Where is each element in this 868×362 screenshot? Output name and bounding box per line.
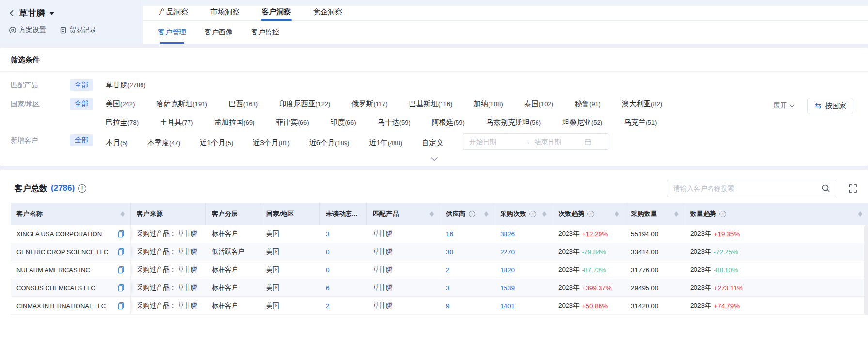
column-header[interactable]: 客户分层 (206, 203, 260, 225)
column-header[interactable]: 采购次数! (494, 203, 552, 225)
sort-icon[interactable] (121, 211, 125, 217)
filter-option[interactable]: 巴拉圭(78) (106, 118, 139, 127)
doc-icon[interactable] (117, 266, 125, 274)
filter-option[interactable]: 本季度(47) (147, 138, 180, 148)
sort-icon[interactable] (674, 211, 678, 217)
customer-name[interactable]: XINGFA USA CORPORATION (16, 230, 102, 238)
unread-count-link[interactable]: 6 (326, 284, 330, 292)
purchase-count-link[interactable]: 2270 (500, 248, 515, 256)
title-dropdown-icon[interactable] (49, 12, 54, 17)
customer-search-input[interactable] (673, 184, 821, 192)
customer-name[interactable]: CONSUS CHEMICALS LLC (16, 284, 95, 292)
all-chip-new-customer[interactable]: 全部 (70, 134, 93, 146)
suppliers-link[interactable]: 16 (446, 230, 453, 238)
custom-date-option[interactable]: 自定义 (422, 138, 443, 148)
purchase-count-link[interactable]: 1820 (500, 266, 515, 274)
sub-tab[interactable]: 客户监控 (251, 21, 279, 44)
filter-option[interactable]: 近3个月(81) (253, 138, 289, 148)
customer-name[interactable]: NUFARM AMERICAS INC (16, 266, 90, 274)
filter-option[interactable]: 本月(5) (106, 138, 128, 148)
sub-tab[interactable]: 客户管理 (158, 21, 186, 44)
filter-option[interactable]: 坦桑尼亚(52) (562, 118, 602, 127)
expand-toggle[interactable]: 展开 (773, 101, 795, 110)
suppliers-link[interactable]: 30 (446, 248, 453, 256)
main-tab[interactable]: 竞企洞察 (312, 6, 343, 20)
table-scrollbar[interactable] (864, 225, 868, 315)
info-icon[interactable]: ! (529, 211, 536, 217)
filter-option[interactable]: 乌克兰(51) (624, 118, 657, 127)
unread-count-link[interactable]: 0 (326, 266, 330, 274)
all-chip-country[interactable]: 全部 (70, 98, 93, 110)
column-header[interactable]: 国家/地区 (260, 203, 320, 225)
unread-count-link[interactable]: 0 (326, 248, 330, 256)
fullscreen-icon[interactable] (848, 184, 857, 193)
doc-icon[interactable] (117, 284, 125, 292)
trade-records-button[interactable]: 贸易记录 (60, 26, 96, 34)
filter-option[interactable]: 俄罗斯(117) (351, 99, 387, 109)
back-icon[interactable] (9, 9, 15, 17)
sort-icon[interactable] (858, 211, 862, 217)
date-range-picker[interactable]: → (463, 133, 609, 150)
column-header[interactable]: 匹配产品 (367, 203, 440, 225)
column-header[interactable]: 次数趋势! (552, 203, 625, 225)
start-date-input[interactable] (469, 138, 520, 146)
end-date-input[interactable] (534, 138, 581, 146)
filter-option[interactable]: 加纳(108) (473, 99, 503, 109)
filter-option[interactable]: 草甘膦(2786) (106, 81, 146, 90)
filter-option[interactable]: 阿根廷(59) (432, 118, 465, 127)
filter-option[interactable]: 巴西(163) (229, 99, 258, 109)
filter-option[interactable]: 近6个月(189) (309, 138, 350, 148)
filter-option[interactable]: 美国(242) (106, 99, 135, 109)
filter-option[interactable]: 印度尼西亚(122) (279, 99, 330, 109)
sort-icon[interactable] (615, 211, 619, 217)
main-tab[interactable]: 客户洞察 (261, 6, 292, 20)
filter-option[interactable]: 泰国(102) (524, 99, 553, 109)
filter-option[interactable]: 近1个月(5) (200, 138, 233, 148)
unread-count-link[interactable]: 2 (326, 302, 330, 310)
filter-option[interactable]: 澳大利亚(82) (622, 99, 662, 109)
filter-option[interactable]: 秘鲁(91) (575, 99, 600, 109)
doc-icon[interactable] (117, 248, 125, 256)
collapse-chevron-icon[interactable] (430, 157, 438, 161)
customer-name[interactable]: CINMAX INTERNATIONAL LLC (16, 302, 106, 310)
filter-option[interactable]: 孟加拉国(69) (214, 118, 254, 127)
main-tab[interactable]: 产品洞察 (158, 6, 189, 20)
all-chip-product[interactable]: 全部 (70, 79, 93, 91)
customer-search-box[interactable] (667, 180, 836, 197)
column-header[interactable]: 客户名称 (11, 203, 131, 225)
info-icon[interactable]: ! (469, 211, 475, 217)
suppliers-link[interactable]: 2 (446, 266, 450, 274)
column-header[interactable]: 数量趋势! (684, 203, 868, 225)
purchase-count-link[interactable]: 3826 (500, 230, 515, 238)
purchase-count-link[interactable]: 1539 (500, 284, 515, 292)
sort-icon[interactable] (430, 211, 434, 217)
info-icon[interactable]: ! (78, 184, 86, 193)
scheme-settings-button[interactable]: 方案设置 (9, 26, 46, 34)
product-title-switcher[interactable]: 草甘膦 (9, 6, 143, 20)
sub-tab[interactable]: 客户画像 (205, 21, 233, 44)
filter-option[interactable]: 巴基斯坦(116) (409, 99, 452, 109)
unread-count-link[interactable]: 3 (326, 230, 330, 238)
info-icon[interactable]: ! (719, 211, 726, 217)
filter-option[interactable]: 菲律宾(66) (276, 118, 309, 127)
suppliers-link[interactable]: 3 (446, 284, 450, 292)
suppliers-link[interactable]: 9 (446, 302, 450, 310)
search-icon[interactable] (821, 184, 830, 193)
column-header[interactable]: 采购数量 (625, 203, 684, 225)
main-tab[interactable]: 市场洞察 (209, 6, 240, 20)
filter-option[interactable]: 哈萨克斯坦(191) (156, 99, 207, 109)
sort-icon[interactable] (484, 211, 488, 217)
sort-icon[interactable] (542, 211, 546, 217)
doc-icon[interactable] (117, 302, 125, 310)
filter-option[interactable]: 土耳其(77) (160, 118, 193, 127)
filter-option[interactable]: 近1年(488) (369, 138, 402, 148)
filter-option[interactable]: 印度(66) (331, 118, 356, 127)
column-header[interactable]: 未读动态... (320, 203, 367, 225)
by-country-button[interactable]: ⇆ 按国家 (807, 98, 853, 114)
info-icon[interactable]: ! (587, 211, 594, 217)
customer-name[interactable]: GENERIC CROP SCIENCE LLC (16, 248, 108, 256)
doc-icon[interactable] (117, 230, 125, 238)
purchase-count-link[interactable]: 1401 (500, 302, 515, 310)
filter-option[interactable]: 乌干达(59) (378, 118, 410, 127)
column-header[interactable]: 供应商! (440, 203, 494, 225)
